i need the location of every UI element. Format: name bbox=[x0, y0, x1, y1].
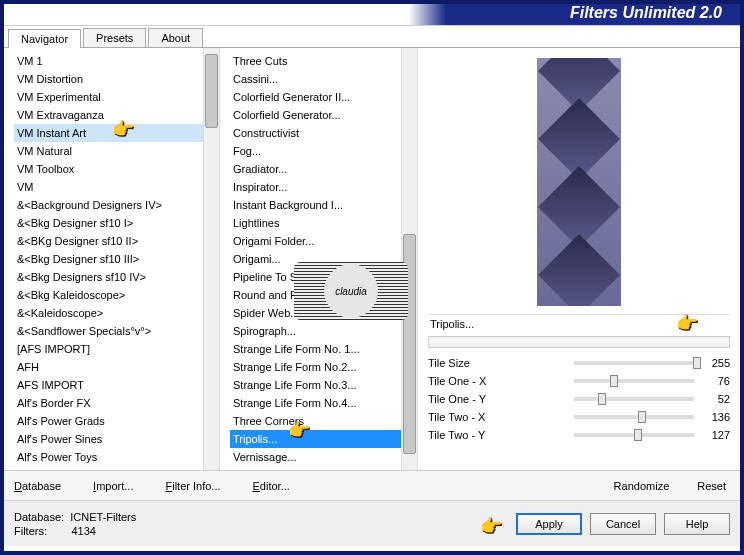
param-value: 52 bbox=[700, 393, 730, 405]
filter-item[interactable]: Lightlines bbox=[230, 214, 401, 232]
category-item[interactable]: &<Bkg Designers sf10 IV> bbox=[14, 268, 203, 286]
watermark-badge: claudia bbox=[294, 262, 408, 320]
category-item[interactable]: [AFS IMPORT] bbox=[14, 340, 203, 358]
filter-item[interactable]: Spirograph... bbox=[230, 322, 401, 340]
scrollbar[interactable] bbox=[401, 48, 417, 470]
watermark-text: claudia bbox=[324, 264, 378, 318]
category-item[interactable]: &<Kaleidoscope> bbox=[14, 304, 203, 322]
category-item[interactable]: Alf's Power Grads bbox=[14, 412, 203, 430]
category-item[interactable]: Alf's Border FX bbox=[14, 394, 203, 412]
category-item[interactable]: AFS IMPORT bbox=[14, 376, 203, 394]
db-value: ICNET-Filters bbox=[70, 511, 136, 523]
param-slider[interactable] bbox=[574, 433, 694, 437]
param-label: Tile One - Y bbox=[428, 393, 568, 405]
category-item[interactable]: Alf's Power Toys bbox=[14, 448, 203, 466]
filter-item[interactable]: Colorfield Generator II... bbox=[230, 88, 401, 106]
editor-button[interactable]: Editor... bbox=[253, 480, 290, 492]
slider-thumb[interactable] bbox=[634, 429, 642, 441]
filter-list[interactable]: Three CutsCassini...Colorfield Generator… bbox=[220, 48, 401, 470]
param-slider[interactable] bbox=[574, 361, 694, 365]
param-value: 255 bbox=[700, 357, 730, 369]
param-label: Tile Two - Y bbox=[428, 429, 568, 441]
param-value: 136 bbox=[700, 411, 730, 423]
param-slider[interactable] bbox=[574, 415, 694, 419]
reset-button[interactable]: Reset bbox=[697, 480, 726, 492]
param-slider[interactable] bbox=[574, 379, 694, 383]
filters-count-label: Filters: bbox=[14, 525, 47, 537]
filter-item[interactable]: Gradiator... bbox=[230, 160, 401, 178]
apply-button[interactable]: Apply bbox=[516, 513, 582, 535]
preview-area: claudia bbox=[428, 52, 730, 314]
tab-navigator[interactable]: Navigator bbox=[8, 29, 81, 48]
tab-about[interactable]: About bbox=[148, 28, 203, 47]
progress-bar bbox=[428, 336, 730, 348]
param-row: Tile Two - X136 bbox=[428, 408, 730, 426]
window: Filters Unlimited 2.0 NavigatorPresetsAb… bbox=[0, 0, 744, 555]
filter-item[interactable]: Vernissage... bbox=[230, 448, 401, 466]
filter-item[interactable]: Three Corners bbox=[230, 412, 401, 430]
filter-item[interactable]: Strange Life Form No.4... bbox=[230, 394, 401, 412]
category-item[interactable]: VM Toolbox bbox=[14, 160, 203, 178]
category-item[interactable]: &<Sandflower Specials°v°> bbox=[14, 322, 203, 340]
import-button[interactable]: Import... bbox=[93, 480, 133, 492]
toolbar: Database Import... Filter Info... Editor… bbox=[4, 470, 740, 500]
filter-item[interactable]: Inspirator... bbox=[230, 178, 401, 196]
filter-info-button[interactable]: Filter Info... bbox=[165, 480, 220, 492]
category-panel: VM 1VM DistortionVM ExperimentalVM Extra… bbox=[4, 48, 220, 470]
db-label: Database: bbox=[14, 511, 64, 523]
filter-item[interactable]: Colorfield Generator... bbox=[230, 106, 401, 124]
category-item[interactable]: VM bbox=[14, 178, 203, 196]
filter-item[interactable]: Strange Life Form No.3... bbox=[230, 376, 401, 394]
category-item[interactable]: &<BKg Designer sf10 II> bbox=[14, 232, 203, 250]
category-item[interactable]: VM Experimental bbox=[14, 88, 203, 106]
slider-thumb[interactable] bbox=[693, 357, 701, 369]
tab-bar: NavigatorPresetsAbout bbox=[4, 26, 740, 48]
help-button[interactable]: Help bbox=[664, 513, 730, 535]
filter-item[interactable]: Constructivist bbox=[230, 124, 401, 142]
category-item[interactable]: VM Instant Art bbox=[14, 124, 203, 142]
database-button[interactable]: Database bbox=[14, 480, 61, 492]
filter-item[interactable]: Strange Life Form No.2... bbox=[230, 358, 401, 376]
footer: Database: ICNET-Filters Filters: 4134 👉 … bbox=[4, 500, 740, 546]
filter-item[interactable]: Strange Life Form No. 1... bbox=[230, 340, 401, 358]
category-item[interactable]: AFH bbox=[14, 358, 203, 376]
filters-count-value: 4134 bbox=[71, 525, 95, 537]
scrollbar[interactable] bbox=[203, 48, 219, 470]
category-list[interactable]: VM 1VM DistortionVM ExperimentalVM Extra… bbox=[4, 48, 203, 470]
slider-thumb[interactable] bbox=[598, 393, 606, 405]
category-item[interactable]: &<Bkg Kaleidoscope> bbox=[14, 286, 203, 304]
main-content: VM 1VM DistortionVM ExperimentalVM Extra… bbox=[4, 48, 740, 470]
param-value: 76 bbox=[700, 375, 730, 387]
slider-thumb[interactable] bbox=[638, 411, 646, 423]
titlebar: Filters Unlimited 2.0 bbox=[4, 4, 740, 26]
param-label: Tile Two - X bbox=[428, 411, 568, 423]
category-item[interactable]: Alf's Power Sines bbox=[14, 430, 203, 448]
category-item[interactable]: AlphaWorks bbox=[14, 466, 203, 470]
tab-presets[interactable]: Presets bbox=[83, 28, 146, 47]
filter-item[interactable]: Wired bbox=[230, 466, 401, 470]
filter-item[interactable]: Fog... bbox=[230, 142, 401, 160]
param-slider[interactable] bbox=[574, 397, 694, 401]
randomize-button[interactable]: Randomize bbox=[614, 480, 670, 492]
category-item[interactable]: &<Background Designers IV> bbox=[14, 196, 203, 214]
parameter-list: Tile Size255Tile One - X76Tile One - Y52… bbox=[428, 354, 730, 466]
filter-panel: Three CutsCassini...Colorfield Generator… bbox=[220, 48, 418, 470]
param-row: Tile One - X76 bbox=[428, 372, 730, 390]
filter-item[interactable]: Instant Background I... bbox=[230, 196, 401, 214]
category-item[interactable]: &<Bkg Designer sf10 III> bbox=[14, 250, 203, 268]
cancel-button[interactable]: Cancel bbox=[590, 513, 656, 535]
filter-item[interactable]: Origami Folder... bbox=[230, 232, 401, 250]
param-row: Tile Two - Y127 bbox=[428, 426, 730, 444]
param-row: Tile Size255 bbox=[428, 354, 730, 372]
category-item[interactable]: VM Extravaganza bbox=[14, 106, 203, 124]
param-value: 127 bbox=[700, 429, 730, 441]
category-item[interactable]: VM 1 bbox=[14, 52, 203, 70]
filter-item[interactable]: Three Cuts bbox=[230, 52, 401, 70]
category-item[interactable]: &<Bkg Designer sf10 I> bbox=[14, 214, 203, 232]
filter-item[interactable]: Cassini... bbox=[230, 70, 401, 88]
category-item[interactable]: VM Distortion bbox=[14, 70, 203, 88]
slider-thumb[interactable] bbox=[610, 375, 618, 387]
filter-item[interactable]: Tripolis... bbox=[230, 430, 401, 448]
scroll-thumb[interactable] bbox=[205, 54, 218, 128]
category-item[interactable]: VM Natural bbox=[14, 142, 203, 160]
